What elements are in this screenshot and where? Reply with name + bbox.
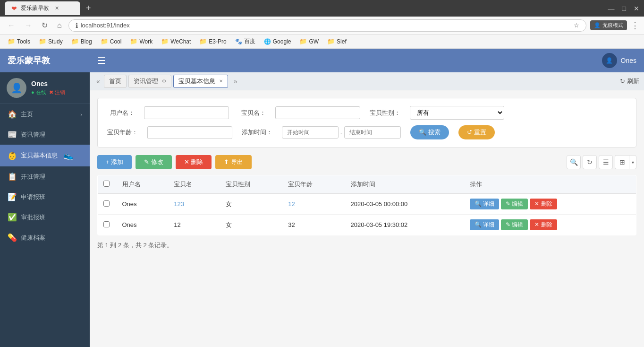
sidebar-item-baby[interactable]: 👶 宝贝基本信息 👟 xyxy=(0,145,90,166)
forward-btn[interactable]: → xyxy=(22,20,35,31)
reload-btn[interactable]: ↻ xyxy=(39,20,51,31)
age-input[interactable] xyxy=(147,126,232,139)
col-username: 用户名 xyxy=(117,175,169,194)
bookmark-star[interactable]: ☆ xyxy=(574,22,579,29)
breadcrumb-news-close[interactable]: ⚙ xyxy=(162,78,166,84)
username-input[interactable] xyxy=(144,106,229,119)
cell-age: 32 xyxy=(282,215,345,235)
detail-btn-1[interactable]: 🔍 详细 xyxy=(470,199,499,209)
cell-add-time: 2020-03-05 19:30:02 xyxy=(345,215,464,235)
reset-btn[interactable]: ↺ 重置 xyxy=(458,125,495,139)
bookmark-label: WeChat xyxy=(170,38,191,45)
bookmark-wechat[interactable]: 📁 WeChat xyxy=(157,36,195,46)
refresh-icon-btn[interactable]: ↻ xyxy=(583,155,597,169)
cell-baby-name[interactable]: 123 xyxy=(168,194,220,215)
edit-btn-1[interactable]: ✎ 编辑 xyxy=(501,199,528,209)
bookmark-slef[interactable]: 📁 Slef xyxy=(323,36,350,46)
pagination-info: 第 1 到 2 条，共 2 条记录。 xyxy=(97,242,173,249)
sidebar-item-home[interactable]: 🏠 主页 › xyxy=(0,104,90,124)
gender-select[interactable]: 所有 男 女 xyxy=(410,106,504,120)
bookmark-gw[interactable]: 📁 GW xyxy=(296,36,322,46)
add-btn[interactable]: + 添加 xyxy=(97,155,132,169)
hamburger-btn[interactable]: ☰ xyxy=(97,55,106,66)
breadcrumb-baby[interactable]: 宝贝基本信息 ✕ xyxy=(173,75,228,88)
cell-age[interactable]: 12 xyxy=(282,194,345,215)
breadcrumb-baby-close[interactable]: ✕ xyxy=(219,78,223,84)
new-tab-btn[interactable]: + xyxy=(86,3,91,13)
col-gender: 宝贝性别 xyxy=(220,175,282,194)
delete-btn-2[interactable]: ✕ 删除 xyxy=(530,219,557,230)
search-btn[interactable]: 🔍 搜索 xyxy=(410,125,449,139)
incognito-btn[interactable]: 👤 无痕模式 xyxy=(590,20,627,30)
grid-arrow-btn[interactable]: ▾ xyxy=(629,155,636,169)
url-bar[interactable]: ℹ localhost:91/index ☆ xyxy=(68,19,586,32)
row-checkbox[interactable] xyxy=(103,200,110,207)
sidebar-user-panel: 👤 Ones ● 在线 ✖ 注销 xyxy=(0,72,90,104)
sidebar-item-class[interactable]: 📋 开班管理 xyxy=(0,166,90,187)
date-end-input[interactable] xyxy=(344,126,401,139)
breadcrumb-home[interactable]: 首页 xyxy=(104,75,127,88)
bookmark-work[interactable]: 📁 Work xyxy=(126,36,156,46)
browser-menu-btn[interactable]: ⋮ xyxy=(631,20,639,31)
back-btn[interactable]: ← xyxy=(5,20,18,31)
sidebar-item-approve[interactable]: ✅ 审批报班 xyxy=(0,207,90,227)
inner-content: 用户名： 宝贝名： 宝贝性别： 所有 男 女 宝贝年龄： xyxy=(90,90,644,347)
logout-btn[interactable]: ✖ 注销 xyxy=(49,89,65,96)
window-controls: — □ ✕ xyxy=(608,5,639,12)
col-check-all[interactable] xyxy=(98,175,117,194)
baidu-icon: 🐾 xyxy=(235,38,242,45)
sidebar-item-health[interactable]: 💊 健康档案 xyxy=(0,227,90,248)
filter-row-1: 用户名： 宝贝名： 宝贝性别： 所有 男 女 xyxy=(107,106,627,120)
bookmark-study[interactable]: 📁 Study xyxy=(35,36,67,46)
list-icon-btn[interactable]: ☰ xyxy=(599,155,613,169)
grid-icon-btn[interactable]: ⊞ ▾ xyxy=(615,155,636,169)
select-all-checkbox[interactable] xyxy=(103,181,110,187)
browser-tab[interactable]: ❤ 爱乐蒙早教 ✕ xyxy=(5,1,80,15)
bookmark-tools[interactable]: 📁 Tools xyxy=(4,36,34,46)
row-check[interactable] xyxy=(98,215,117,235)
toolbar-right: 🔍 ↻ ☰ ⊞ ▾ xyxy=(567,155,636,169)
bookmark-baidu[interactable]: 🐾 百度 xyxy=(231,36,259,47)
search-icon-btn[interactable]: 🔍 xyxy=(567,155,581,169)
sidebar-item-news[interactable]: 📰 资讯管理 xyxy=(0,124,90,145)
restore-btn[interactable]: □ xyxy=(622,5,626,12)
close-btn[interactable]: ✕ xyxy=(634,5,639,12)
bookmark-label: Tools xyxy=(17,38,30,45)
shoe-icon: 👟 xyxy=(63,150,74,161)
sidebar-item-apply[interactable]: 📝 申请报班 xyxy=(0,187,90,207)
date-start-input[interactable] xyxy=(282,126,339,139)
home-btn[interactable]: ⌂ xyxy=(54,20,65,31)
bookmark-label: Blog xyxy=(81,38,92,45)
bookmark-e3pro[interactable]: 📁 E3-Pro xyxy=(195,36,230,46)
apply-icon: 📝 xyxy=(8,192,17,201)
delete-btn-1[interactable]: ✕ 删除 xyxy=(530,199,557,209)
table-row: Ones 12 女 32 2020-03-05 19:30:02 🔍 详细 ✎ … xyxy=(98,215,636,235)
bookmarks-bar: 📁 Tools 📁 Study 📁 Blog 📁 Cool 📁 Work 📁 W… xyxy=(0,35,644,49)
breadcrumb-forward-btn[interactable]: » xyxy=(232,78,239,85)
action-btns: 🔍 详细 ✎ 编辑 ✕ 删除 xyxy=(470,199,630,209)
breadcrumb-news-label: 资讯管理 xyxy=(134,77,158,86)
app-logo: 爱乐蒙早教 xyxy=(8,55,97,66)
minimize-btn[interactable]: — xyxy=(608,5,615,12)
row-checkbox[interactable] xyxy=(103,221,110,227)
class-icon: 📋 xyxy=(8,172,17,181)
refresh-btn[interactable]: ↻ 刷新 xyxy=(620,77,639,86)
detail-btn-2[interactable]: 🔍 详细 xyxy=(470,219,499,230)
bookmark-blog[interactable]: 📁 Blog xyxy=(68,36,96,46)
baby-name-input[interactable] xyxy=(275,106,360,119)
breadcrumb-news[interactable]: 资讯管理 ⚙ xyxy=(128,75,171,88)
edit-btn-2[interactable]: ✎ 编辑 xyxy=(501,219,528,230)
tab-close-btn[interactable]: ✕ xyxy=(55,5,59,11)
grid-main-btn[interactable]: ⊞ xyxy=(615,155,629,169)
edit-btn[interactable]: ✎ 修改 xyxy=(136,155,172,169)
content-area: « 首页 资讯管理 ⚙ 宝贝基本信息 ✕ » ↻ 刷新 xyxy=(90,72,644,347)
breadcrumb-home-label: 首页 xyxy=(109,77,121,86)
sidebar-user-info: Ones ● 在线 ✖ 注销 xyxy=(31,80,83,96)
table-header-row: 用户名 宝贝名 宝贝性别 宝贝年龄 添加时间 操作 xyxy=(98,175,636,194)
bookmark-google[interactable]: 🌐 Google xyxy=(260,37,295,46)
bookmark-cool[interactable]: 📁 Cool xyxy=(97,36,126,46)
row-check[interactable] xyxy=(98,194,117,215)
breadcrumb-back-btn[interactable]: « xyxy=(94,78,102,85)
export-btn[interactable]: ⬆ 导出 xyxy=(215,155,252,169)
delete-btn[interactable]: ✕ 删除 xyxy=(176,155,212,169)
